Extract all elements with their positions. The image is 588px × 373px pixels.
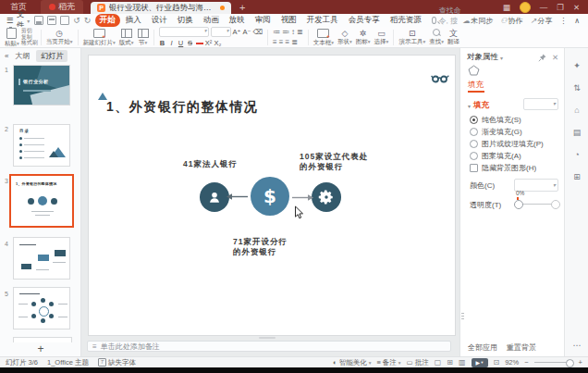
- close-panel-icon[interactable]: ✕: [552, 53, 558, 62]
- comments-dock-icon[interactable]: ▤: [565, 128, 588, 137]
- translate-button[interactable]: 文 翻译: [447, 29, 459, 45]
- beautify-dock-icon[interactable]: ✦: [565, 61, 588, 70]
- properties-dock-icon[interactable]: ⇅: [565, 83, 588, 93]
- notes-resize-handle[interactable]: [259, 337, 276, 339]
- apply-all-button[interactable]: 全部应用: [468, 342, 497, 353]
- notes-input[interactable]: ≡ 单击此处添加备注: [87, 341, 451, 352]
- new-tab-button[interactable]: +: [239, 2, 245, 13]
- dollar-circle[interactable]: $: [251, 177, 289, 216]
- apps-dock-icon[interactable]: ⊞: [565, 172, 588, 181]
- justify-both-icon[interactable]: ≣: [291, 38, 298, 46]
- tab-docer-resources[interactable]: 稻壳资源: [386, 14, 426, 27]
- fill-preset-select[interactable]: [523, 98, 558, 110]
- section-button[interactable]: 节▾: [138, 29, 149, 46]
- animation-dock-icon[interactable]: ⌂: [565, 106, 588, 115]
- slide-thumbnail-1[interactable]: 银行业分析: [13, 65, 70, 106]
- add-slide-button[interactable]: +: [0, 342, 81, 355]
- italic-button[interactable]: I: [168, 39, 176, 47]
- transparency-slider-track[interactable]: [518, 204, 555, 205]
- undo-icon[interactable]: ↺: [73, 16, 80, 25]
- sync-status[interactable]: ☁未同步: [462, 16, 493, 26]
- restore-button[interactable]: ❐: [557, 3, 564, 12]
- fill-solid-radio[interactable]: 纯色填充(S): [470, 115, 521, 125]
- tab-transition[interactable]: 切换: [173, 14, 198, 27]
- editing-canvas[interactable]: 1、外资银行的整体情况 41家法人银行 105家设立代表处 的外资银行 71家开…: [81, 48, 459, 356]
- line-spacing-icon[interactable]: ↕: [291, 28, 295, 36]
- fill-tab[interactable]: 填充: [468, 80, 484, 91]
- panel-splitter-handle[interactable]: [461, 313, 464, 319]
- slide-title[interactable]: 1、外资银行的整体情况: [106, 99, 258, 116]
- more-menu-icon[interactable]: ⋮: [559, 17, 567, 25]
- label-legal-banks[interactable]: 41家法人银行: [183, 159, 238, 169]
- transparency-slider-handle[interactable]: [514, 200, 523, 209]
- paste-button[interactable]: 粘贴▾: [5, 28, 19, 47]
- fill-section-header[interactable]: ▾ 填充: [468, 100, 489, 111]
- underline-button[interactable]: U: [178, 39, 185, 47]
- slide-thumbnail-3-selected[interactable]: 1、外资银行的整体情况: [9, 174, 74, 228]
- slide-canvas[interactable]: 1、外资银行的整体情况 41家法人银行 105家设立代表处 的外资银行 71家开…: [89, 56, 455, 335]
- theme-name[interactable]: 1_Office 主题: [47, 358, 89, 367]
- collaborate-button[interactable]: ⚇协作: [500, 16, 522, 26]
- clear-format-icon[interactable]: ⌫: [253, 28, 263, 36]
- gear-circle[interactable]: [312, 182, 341, 212]
- slideshow-play-button[interactable]: ▶▾: [472, 358, 488, 367]
- zoom-slider-track[interactable]: [534, 362, 573, 363]
- slides-tab[interactable]: 幻灯片: [36, 50, 67, 62]
- present-tools-button[interactable]: ⊡ 演示工具▾: [398, 29, 425, 45]
- reading-view-icon[interactable]: ▥: [459, 358, 466, 367]
- justify-icon[interactable]: ≣: [297, 28, 303, 36]
- reset-background-button[interactable]: 重置背景: [507, 342, 536, 353]
- numbering-icon[interactable]: ≕: [282, 28, 289, 36]
- tab-insert[interactable]: 插入: [121, 14, 146, 27]
- smart-beautify-button[interactable]: ◐ 智能美化 ▾: [333, 358, 371, 367]
- arrow-left-connector[interactable]: [226, 193, 249, 201]
- fit-to-window-icon[interactable]: ⊡: [494, 358, 500, 367]
- zoom-in-icon[interactable]: +: [579, 358, 582, 367]
- properties-caret-icon[interactable]: ▾: [500, 55, 503, 61]
- tab-slideshow[interactable]: 放映: [225, 14, 250, 27]
- font-family-select[interactable]: [159, 27, 209, 37]
- slide-thumbnail-4[interactable]: [13, 237, 70, 280]
- icon-library-button[interactable]: ✲ 图标▾: [356, 29, 371, 45]
- align-left-icon[interactable]: ≡: [273, 38, 277, 46]
- strikethrough-button[interactable]: S: [187, 39, 194, 47]
- normal-view-icon[interactable]: ▢: [435, 358, 442, 367]
- pin-icon[interactable]: [538, 54, 546, 62]
- tab-start[interactable]: 开始: [95, 14, 120, 27]
- hide-background-checkbox[interactable]: 隐藏背景图形(H): [470, 163, 536, 173]
- align-right-icon[interactable]: ≡: [285, 38, 289, 46]
- workspace-grid-icon[interactable]: ▦: [503, 3, 510, 12]
- tab-animation[interactable]: 动画: [199, 14, 224, 27]
- align-center-icon[interactable]: ≡: [279, 38, 284, 46]
- decrease-font-button[interactable]: A⁻: [243, 28, 251, 36]
- format-painter-button[interactable]: 格式刷: [21, 40, 38, 46]
- subscript-button[interactable]: X₂: [214, 39, 222, 47]
- missing-fonts-warning[interactable]: T 缺失字体: [98, 358, 136, 367]
- export-icon[interactable]: [60, 16, 69, 25]
- textbox-button[interactable]: 文本框▾: [313, 29, 334, 46]
- bullets-icon[interactable]: ≔: [273, 28, 280, 36]
- user-avatar[interactable]: [520, 2, 531, 13]
- share-button[interactable]: ↗分享: [530, 16, 552, 26]
- font-color-button[interactable]: [196, 43, 203, 44]
- fill-gradient-radio[interactable]: 渐变填充(G): [470, 127, 522, 137]
- tab-view[interactable]: 视图: [276, 14, 301, 27]
- layout-button[interactable]: 版式▾: [119, 29, 134, 46]
- history-dock-icon[interactable]: ◔: [565, 150, 588, 159]
- docer-tab[interactable]: 稻壳: [41, 0, 83, 14]
- redo-icon[interactable]: ↻: [84, 16, 92, 25]
- document-tab[interactable]: P 银行业现状、行业趋势与海外准入资料: [91, 2, 231, 14]
- bold-button[interactable]: B: [159, 39, 166, 47]
- new-slide-button[interactable]: 新建幻灯片▾: [83, 29, 116, 46]
- font-size-select[interactable]: [211, 27, 231, 37]
- label-rep-offices[interactable]: 105家设立代表处 的外资银行: [300, 152, 368, 172]
- close-button[interactable]: ✕: [573, 3, 580, 12]
- print-icon[interactable]: [47, 16, 56, 25]
- shapes-button[interactable]: ◇ 形状▾: [337, 29, 352, 45]
- dock-overflow-icon[interactable]: ⋯: [565, 341, 588, 350]
- shape-fill-icon[interactable]: [468, 65, 480, 76]
- tab-design[interactable]: 设计: [147, 14, 172, 27]
- fill-pattern-radio[interactable]: 图案填充(A): [470, 151, 521, 161]
- play-from-current-button[interactable]: ◷ 当页开始▾: [46, 29, 73, 45]
- label-branches[interactable]: 71家开设分行 的外资银行: [233, 237, 288, 257]
